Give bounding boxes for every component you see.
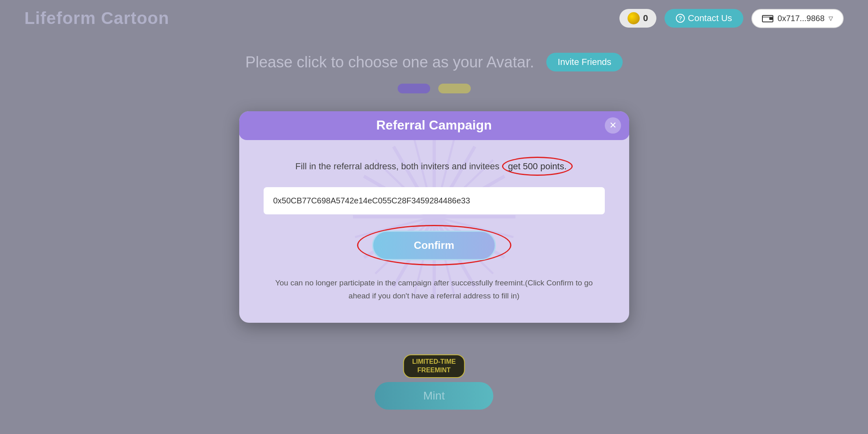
modal-body: Fill in the referral address, both invit… <box>239 140 629 303</box>
referral-campaign-modal: Referral Campaign ✕ Fill in the referral… <box>239 111 629 323</box>
get-points-highlight: get 500 points. <box>502 157 573 176</box>
confirm-button[interactable]: Confirm <box>372 231 496 260</box>
modal-title: Referral Campaign <box>376 118 492 132</box>
modal-header-area: Referral Campaign ✕ <box>239 111 629 140</box>
modal-header-banner: Referral Campaign <box>239 111 629 140</box>
referral-description: Fill in the referral address, both invit… <box>264 157 605 176</box>
close-icon: ✕ <box>609 120 617 131</box>
referral-desc-part1: Fill in the referral address, both invit… <box>295 161 502 171</box>
disclaimer-text: You can no longer participate in the cam… <box>264 276 605 303</box>
confirm-wrapper: Confirm <box>264 231 605 260</box>
modal-backdrop: Referral Campaign ✕ Fill in the referral… <box>0 0 868 434</box>
close-button[interactable]: ✕ <box>605 117 621 134</box>
referral-address-input[interactable] <box>264 187 605 214</box>
